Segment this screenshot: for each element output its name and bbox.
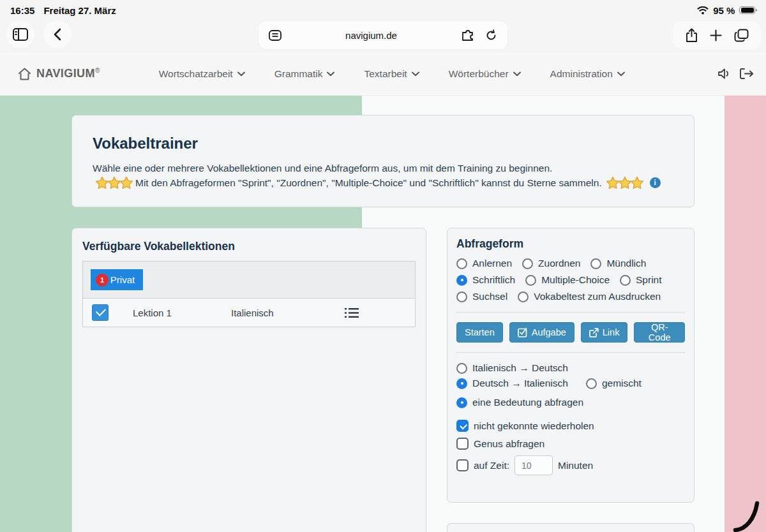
stars-icon (606, 176, 642, 189)
mode-row-1: Anlernen Zuordnen Mündlich (456, 258, 685, 269)
external-link-icon (589, 328, 599, 337)
sidebar-toggle-button[interactable] (6, 20, 34, 48)
menu-grammatik[interactable]: Grammatik (274, 68, 335, 80)
chevron-down-icon (237, 71, 245, 77)
stars-icon (95, 176, 131, 189)
extensions-icon[interactable] (461, 29, 475, 41)
lesson-list-icon[interactable] (345, 307, 359, 318)
toolbar-right-group (673, 21, 761, 49)
radio-anlernen[interactable]: Anlernen (456, 258, 512, 269)
status-bar: 16:35 Freitag 27. März 95 % (0, 0, 766, 19)
checkbox-auf-zeit[interactable] (456, 459, 469, 471)
decorative-arc (728, 496, 766, 532)
lessons-title: Verfügbare Vokabellektionen (82, 240, 416, 253)
radio-de-it[interactable]: Deutsch → Italienisch (456, 378, 568, 389)
home-icon (18, 68, 31, 80)
radio-suchsel[interactable]: Suchsel (456, 291, 507, 302)
page-settings-icon[interactable] (269, 30, 282, 41)
menu-wortschatzarbeit[interactable]: Wortschatzarbeit (159, 68, 245, 80)
browser-toolbar: navigium.de (0, 18, 766, 52)
intro-line-2: Mit den Abfrageformen "Sprint", "Zuordne… (93, 175, 673, 190)
share-icon[interactable] (686, 28, 698, 43)
logout-icon[interactable] (739, 68, 755, 80)
vokabeltrainer-intro-card: Vokabeltrainer Wähle eine oder mehrere V… (71, 115, 695, 207)
link-button[interactable]: Link (581, 322, 628, 343)
abfrageform-card: Abfrageform Anlernen Zuordnen Mündlich S… (447, 228, 695, 503)
menu-administration[interactable]: Administration (550, 68, 625, 80)
chevron-down-icon (412, 71, 419, 77)
radio-vokabeltest[interactable]: Vokabeltest zum Ausdrucken (518, 291, 661, 302)
radio-muendlich[interactable]: Mündlich (590, 258, 646, 269)
mode-row-3: Suchsel Vokabeltest zum Ausdrucken (456, 291, 685, 302)
direction-row: Italienisch → Deutsch Deutsch → Italieni… (456, 362, 685, 389)
lesson-tabs: 1 Privat (83, 262, 415, 299)
clock: 16:35 (10, 5, 34, 16)
pink-background-band (725, 96, 766, 532)
meaning-row: eine Bedeutung abfragen (456, 397, 685, 408)
radio-it-de[interactable]: Italienisch → Deutsch (456, 362, 568, 374)
lessons-card: Verfügbare Vokabellektionen 1 Privat Lek… (71, 228, 426, 532)
speaker-icon[interactable] (717, 68, 732, 80)
wifi-icon (697, 6, 709, 15)
qr-code-button[interactable]: QR-Code (634, 322, 685, 343)
divider (456, 312, 685, 313)
radio-gemischt[interactable]: gemischt (586, 378, 642, 389)
lesson-name: Lektion 1 (133, 307, 231, 318)
lesson-checkbox[interactable] (92, 304, 109, 321)
info-icon[interactable]: i (650, 177, 661, 188)
time-label: auf Zeit: (474, 460, 509, 471)
ipad-screen: 16:35 Freitag 27. März 95 % navigium.de (0, 0, 766, 532)
battery-icon (739, 6, 757, 15)
brand-logo[interactable]: NAVIGIUM® (18, 67, 100, 80)
radio-zuordnen[interactable]: Zuordnen (522, 258, 580, 269)
chevron-down-icon (513, 71, 521, 77)
starten-button[interactable]: Starten (456, 322, 503, 343)
mode-row-2: Schriftlich Multiple-Choice Sprint (456, 274, 685, 286)
time-row: auf Zeit: Minuten (456, 455, 685, 475)
lesson-language: Italienisch (231, 307, 345, 318)
tab-privat[interactable]: 1 Privat (91, 269, 143, 290)
lesson-row[interactable]: Lektion 1 Italienisch (83, 299, 415, 327)
privat-count-badge: 1 (96, 274, 109, 286)
back-button[interactable] (43, 20, 71, 48)
chevron-down-icon (327, 71, 334, 77)
page-title: Vokabeltrainer (93, 135, 673, 152)
radio-schriftlich[interactable]: Schriftlich (456, 274, 515, 286)
intro-line-1: Wähle eine oder mehrere Vokabellektionen… (93, 161, 673, 175)
battery-percent: 95 % (713, 5, 735, 16)
action-buttons: Starten Aufgabe Link QR-Code (456, 322, 685, 343)
menu-textarbeit[interactable]: Textarbeit (364, 68, 419, 80)
site-header: NAVIGIUM® Wortschatzarbeit Grammatik Tex… (0, 52, 766, 96)
next-card-partial (447, 523, 695, 532)
divider (456, 352, 685, 353)
lesson-list-box: 1 Privat Lektion 1 Italienisch (82, 261, 416, 327)
main-menu: Wortschatzarbeit Grammatik Textarbeit Wö… (159, 68, 625, 80)
brand-name: NAVIGIUM® (36, 67, 100, 80)
radio-multiple-choice[interactable]: Multiple-Choice (525, 274, 610, 286)
minutes-suffix: Minuten (558, 460, 593, 471)
menu-woerterbuecher[interactable]: Wörterbücher (449, 68, 521, 80)
task-check-icon (518, 327, 528, 337)
radio-eine-bedeutung[interactable]: eine Bedeutung abfragen (456, 397, 685, 408)
option-checkboxes: nicht gekonnte wiederholen Genus abfrage… (456, 420, 685, 475)
checkbox-genus[interactable]: Genus abfragen (456, 438, 685, 450)
url-text[interactable]: navigium.de (282, 30, 461, 41)
chevron-down-icon (617, 71, 625, 77)
quiz-title: Abfrageform (456, 237, 685, 251)
checkbox-wiederholen[interactable]: nicht gekonnte wiederholen (456, 420, 685, 432)
new-tab-icon[interactable] (710, 29, 722, 41)
tabs-overview-icon[interactable] (734, 29, 749, 42)
minutes-input[interactable] (514, 455, 553, 475)
reload-icon[interactable] (485, 29, 497, 41)
date: Freitag 27. März (43, 5, 116, 16)
address-bar[interactable]: navigium.de (259, 21, 507, 49)
aufgabe-button[interactable]: Aufgabe (509, 322, 574, 343)
radio-sprint[interactable]: Sprint (620, 274, 662, 286)
